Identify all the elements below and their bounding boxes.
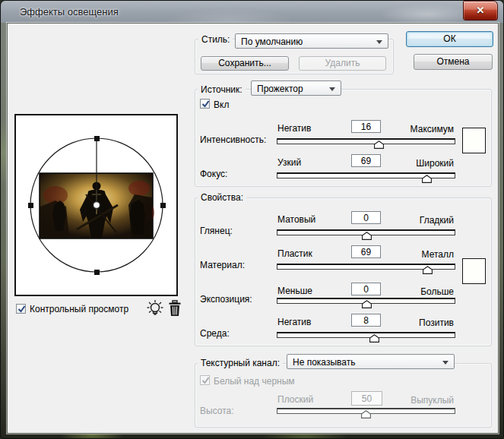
- ok-button[interactable]: ОК: [406, 31, 493, 47]
- style-group-label: Стиль:: [198, 34, 233, 45]
- height-max-label: Выпуклый: [410, 395, 454, 406]
- white-is-high-label: Белый над черным: [214, 376, 295, 387]
- delete-style-button: Удалить: [299, 56, 386, 71]
- ambience-min-label: Негатив: [277, 317, 311, 327]
- style-selected-value: По умолчанию: [241, 36, 303, 47]
- ambience-slider[interactable]: [277, 332, 455, 338]
- texture-group-label: Текстурный канал:: [198, 358, 283, 368]
- preview-artwork: [16, 115, 176, 295]
- style-select[interactable]: По умолчанию: [235, 33, 388, 49]
- intensity-value-input[interactable]: [351, 120, 381, 133]
- exposure-label: Экспозиция:: [200, 294, 252, 305]
- gloss-label: Глянец:: [200, 226, 233, 236]
- trash-icon[interactable]: [168, 300, 182, 320]
- material-value-input[interactable]: [351, 245, 381, 258]
- widget-handle-top[interactable]: [94, 136, 100, 141]
- chevron-down-icon: [376, 40, 382, 44]
- exposure-value-input[interactable]: [351, 283, 381, 295]
- intensity-slider-thumb[interactable]: [374, 141, 384, 149]
- gloss-min-label: Матовый: [277, 214, 315, 225]
- material-min-label: Пластик: [277, 248, 312, 259]
- checkmark-icon: [201, 375, 211, 386]
- focus-max-label: Широкий: [416, 158, 454, 169]
- lighting-effects-dialog: Эффекты освещения ✕: [0, 0, 504, 439]
- gloss-slider-thumb[interactable]: [362, 232, 372, 240]
- intensity-min-label: Негатив: [277, 123, 311, 134]
- preview-canvas[interactable]: [14, 114, 178, 296]
- exposure-slider-thumb[interactable]: [362, 300, 372, 308]
- checkmark-icon: [17, 304, 27, 314]
- ambience-label: Среда:: [200, 328, 230, 339]
- exposure-max-label: Больше: [420, 286, 454, 297]
- exposure-slider[interactable]: [277, 298, 455, 304]
- preview-checkbox-label: Контрольный просмотр: [30, 304, 128, 314]
- exposure-min-label: Меньше: [277, 286, 312, 296]
- material-slider[interactable]: [277, 264, 455, 270]
- chevron-down-icon: [329, 87, 335, 91]
- focus-label: Фокус:: [200, 169, 227, 179]
- properties-group-label: Свойства:: [198, 192, 246, 203]
- ambience-max-label: Позитив: [419, 317, 454, 328]
- intensity-slider[interactable]: [277, 138, 455, 144]
- close-button[interactable]: ✕: [463, 1, 498, 21]
- save-style-button[interactable]: Сохранить...: [201, 56, 289, 71]
- widget-center-handle[interactable]: [94, 202, 100, 209]
- texture-selected-value: Не показывать: [293, 357, 355, 368]
- chevron-down-icon: [442, 361, 449, 365]
- widget-handle-bottom[interactable]: [94, 270, 100, 275]
- material-label: Материал:: [200, 260, 245, 270]
- gloss-max-label: Гладкий: [420, 215, 454, 226]
- material-max-label: Металл: [422, 249, 454, 260]
- height-label: Высота:: [200, 406, 234, 416]
- height-slider-thumb: [361, 410, 371, 418]
- light-on-checkbox[interactable]: [200, 99, 210, 109]
- light-color-swatch[interactable]: [462, 128, 486, 153]
- white-is-high-checkbox: [200, 375, 210, 385]
- checkmark-icon: [201, 99, 211, 109]
- widget-handle-right[interactable]: [160, 203, 166, 208]
- source-select[interactable]: Прожектор: [251, 81, 341, 96]
- focus-min-label: Узкий: [277, 157, 301, 168]
- gloss-value-input[interactable]: [351, 211, 381, 224]
- widget-handle-left[interactable]: [28, 203, 33, 208]
- focus-value-input[interactable]: [351, 154, 381, 167]
- intensity-label: Интенсивность:: [200, 134, 266, 145]
- height-min-label: Плоский: [277, 394, 313, 405]
- gloss-slider[interactable]: [277, 229, 455, 235]
- texture-channel-select[interactable]: Не показывать: [287, 354, 455, 369]
- light-on-label: Вкл: [214, 99, 229, 110]
- focus-slider-thumb[interactable]: [422, 175, 432, 183]
- light-bulb-icon[interactable]: [145, 299, 165, 321]
- cancel-button[interactable]: Отмена: [414, 54, 493, 70]
- titlebar[interactable]: Эффекты освещения: [2, 1, 504, 23]
- ambience-slider-thumb[interactable]: [369, 334, 379, 343]
- height-slider: [277, 408, 455, 414]
- height-value-input: [351, 391, 382, 406]
- preview-checkbox[interactable]: [16, 304, 26, 314]
- dialog-title: Эффекты освещения: [20, 6, 119, 17]
- source-selected-value: Прожектор: [257, 84, 303, 94]
- intensity-max-label: Максимум: [410, 124, 454, 134]
- focus-slider[interactable]: [277, 172, 455, 178]
- source-group-label: Источник:: [198, 84, 246, 95]
- material-color-swatch[interactable]: [462, 258, 486, 284]
- ambience-value-input[interactable]: [351, 314, 381, 327]
- material-slider-thumb[interactable]: [423, 266, 433, 274]
